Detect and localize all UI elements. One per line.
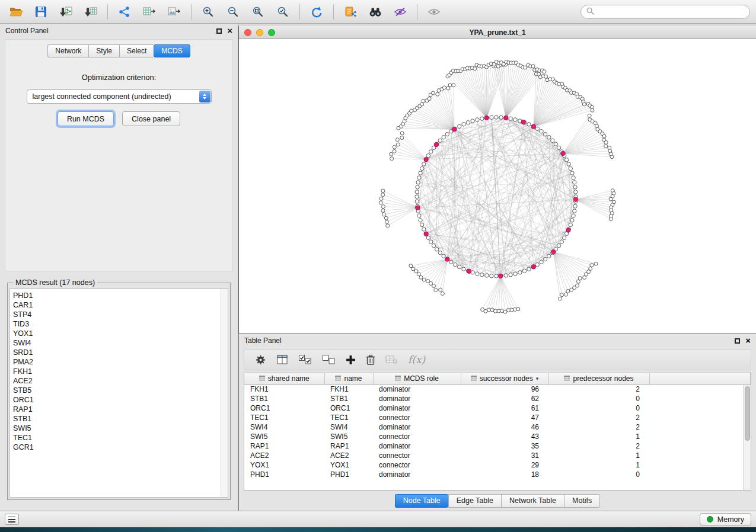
- hide-details-icon[interactable]: [390, 3, 410, 21]
- select-all-rows-icon[interactable]: [298, 354, 312, 365]
- table-cell: STB1: [324, 394, 373, 403]
- delete-column-icon[interactable]: [366, 354, 375, 366]
- close-icon[interactable]: ×: [227, 27, 232, 34]
- delete-table-icon-disabled: [385, 355, 398, 364]
- table-cell: 46: [461, 422, 548, 432]
- table-row[interactable]: ACE2ACE2connector311: [244, 451, 751, 460]
- table-cell-filler: [649, 441, 751, 451]
- tab-mcds[interactable]: MCDS: [154, 44, 190, 57]
- column-header-predecessor-nodes[interactable]: predecessor nodes: [548, 373, 649, 384]
- deselect-all-rows-icon[interactable]: [322, 354, 336, 365]
- table-row[interactable]: FKH1FKH1dominator962: [244, 384, 751, 394]
- column-header-shared-name[interactable]: shared name: [244, 373, 324, 384]
- export-image-icon[interactable]: [164, 3, 184, 21]
- search-input[interactable]: [598, 8, 744, 16]
- result-node-item[interactable]: CAR1: [13, 300, 228, 310]
- run-mcds-button[interactable]: Run MCDS: [58, 111, 114, 126]
- table-cell: 47: [461, 413, 548, 422]
- column-header-label: name: [344, 374, 362, 383]
- table-cell-filler: [649, 384, 751, 394]
- refresh-icon[interactable]: [307, 3, 327, 21]
- network-graph[interactable]: [239, 39, 752, 332]
- optimization-criterion-select[interactable]: largest connected component (undirected): [27, 89, 212, 104]
- search-network-icon[interactable]: [365, 3, 385, 21]
- table-cell: PHD1: [324, 470, 373, 479]
- zoom-in-icon[interactable]: [198, 3, 218, 21]
- zoom-fit-icon[interactable]: [248, 3, 268, 21]
- column-header-name[interactable]: name: [324, 373, 373, 384]
- import-table-icon[interactable]: [81, 3, 101, 21]
- table-cell-filler: [649, 432, 751, 441]
- undock-icon[interactable]: [216, 28, 222, 34]
- result-node-item[interactable]: TID3: [13, 319, 228, 329]
- tab-network-table[interactable]: Network Table: [501, 494, 564, 508]
- table-row[interactable]: TEC1TEC1connector472: [244, 413, 751, 422]
- result-node-item[interactable]: RAP1: [13, 405, 228, 414]
- tab-select[interactable]: Select: [119, 44, 154, 57]
- memory-button[interactable]: Memory: [700, 513, 751, 525]
- table-row[interactable]: PHD1PHD1dominator180: [244, 470, 751, 479]
- table-cell: connector: [373, 451, 461, 460]
- result-node-item[interactable]: ACE2: [13, 376, 228, 386]
- result-node-item[interactable]: PHD1: [13, 291, 228, 300]
- result-node-item[interactable]: STP4: [13, 310, 228, 319]
- window-minimize-icon[interactable]: [256, 29, 263, 36]
- table-row[interactable]: ORC1ORC1dominator610: [244, 403, 751, 413]
- column-header-filler: [649, 373, 751, 384]
- result-node-item[interactable]: SRD1: [13, 348, 228, 357]
- search-box[interactable]: [580, 5, 750, 19]
- tab-motifs[interactable]: Motifs: [564, 494, 600, 508]
- show-columns-icon[interactable]: [276, 354, 288, 365]
- save-session-icon[interactable]: [31, 3, 51, 21]
- result-node-item[interactable]: GCR1: [13, 443, 228, 452]
- result-node-item[interactable]: PMA2: [13, 357, 228, 367]
- result-node-item[interactable]: ORC1: [13, 395, 228, 405]
- window-close-icon[interactable]: [244, 29, 251, 36]
- close-panel-button[interactable]: Close panel: [122, 111, 180, 126]
- table-row[interactable]: SWI4SWI4dominator462: [244, 422, 751, 432]
- result-node-item[interactable]: YOX1: [13, 329, 228, 338]
- clone-network-icon[interactable]: [340, 3, 361, 21]
- table-row[interactable]: SWI5SWI5connector431: [244, 432, 751, 441]
- result-node-item[interactable]: STB1: [13, 414, 228, 424]
- network-canvas[interactable]: [239, 39, 756, 334]
- export-network-icon[interactable]: [114, 3, 135, 21]
- import-network-icon[interactable]: [56, 3, 76, 21]
- result-node-item[interactable]: TEC1: [13, 433, 228, 443]
- add-column-icon[interactable]: [346, 355, 356, 365]
- export-table-icon[interactable]: [139, 3, 160, 21]
- select-stepper-icon: [199, 91, 210, 102]
- table-cell: dominator: [373, 441, 461, 451]
- task-history-button[interactable]: [5, 514, 19, 525]
- table-cell: dominator: [373, 422, 461, 432]
- zoom-out-icon[interactable]: [223, 3, 243, 21]
- tab-edge-table[interactable]: Edge Table: [448, 494, 501, 508]
- tab-node-table[interactable]: Node Table: [395, 494, 448, 508]
- table-settings-gear-icon[interactable]: [255, 354, 266, 366]
- show-details-icon[interactable]: [424, 3, 444, 21]
- zoom-selected-icon[interactable]: [273, 3, 293, 21]
- table-row[interactable]: RAP1RAP1dominator352: [244, 441, 751, 451]
- table-cell: RAP1: [324, 441, 373, 451]
- result-node-item[interactable]: STB5: [13, 386, 228, 395]
- table-row[interactable]: YOX1YOX1connector291: [244, 460, 751, 470]
- result-node-item[interactable]: FKH1: [13, 367, 228, 376]
- result-node-item[interactable]: SWI4: [13, 338, 228, 348]
- undock-icon[interactable]: [735, 338, 740, 344]
- tab-style[interactable]: Style: [88, 44, 119, 57]
- table-cell-filler: [649, 470, 751, 479]
- result-node-item[interactable]: SWI5: [13, 424, 228, 433]
- tab-network[interactable]: Network: [47, 44, 88, 57]
- column-header-mcds-role[interactable]: MCDS role: [373, 373, 461, 384]
- open-session-icon[interactable]: [6, 3, 26, 21]
- window-maximize-icon[interactable]: [268, 29, 275, 36]
- table-cell: dominator: [373, 470, 461, 479]
- table-cell: STB1: [244, 394, 324, 403]
- column-header-successor-nodes[interactable]: successor nodes▾: [461, 373, 548, 384]
- close-icon[interactable]: ×: [745, 337, 751, 344]
- result-list-scrollbar[interactable]: [221, 289, 228, 497]
- toolbar-separator: [299, 4, 300, 20]
- table-scrollbar-thumb[interactable]: [745, 386, 750, 441]
- table-row[interactable]: STB1STB1dominator620: [244, 394, 751, 403]
- table-scrollbar[interactable]: [743, 385, 751, 490]
